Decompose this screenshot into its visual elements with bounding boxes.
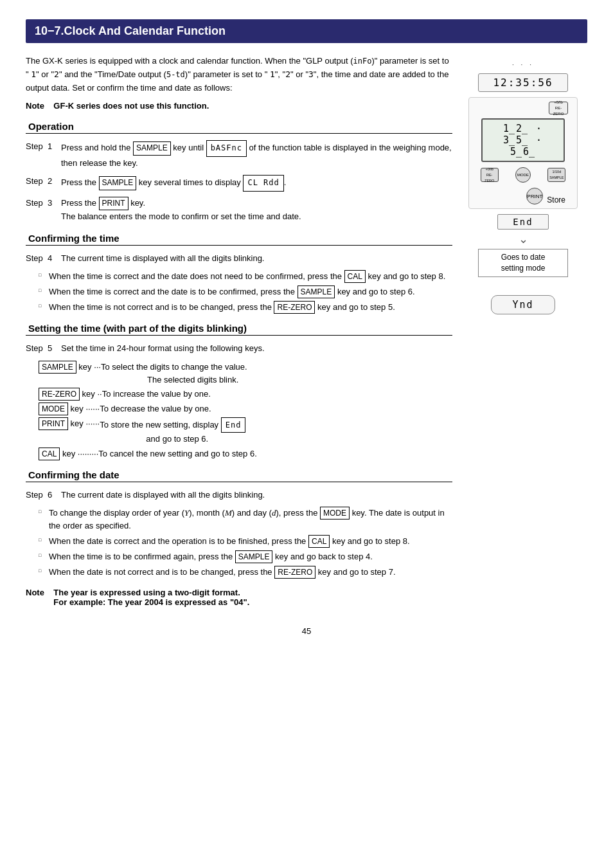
step-6-bullets: □ To change the display order of year (Y… (39, 507, 452, 579)
rezero-key-b64: RE-ZERO (274, 566, 315, 579)
bullet-6-1: □ To change the display order of year (Y… (39, 507, 452, 532)
cal-key-b62: CAL (308, 535, 330, 548)
note-gfk: Note GF-K series does not use this funct… (26, 101, 452, 111)
key-cal: CAL key ········· To cancel the new sett… (39, 448, 452, 460)
key-sample: SAMPLE key ··· To select the digits to c… (39, 361, 452, 386)
page-number: 45 (26, 626, 587, 636)
rezero-key-b43: RE-ZERO (274, 301, 315, 314)
step-3: Step 3 Press the PRINT key.The balance e… (26, 197, 452, 224)
mode-key-b61: MODE (320, 507, 350, 520)
rezero-key-kt: RE-ZERO (39, 388, 80, 401)
cladd-display: CL Rdd (243, 175, 283, 191)
step-1: Step 1 Press and hold the SAMPLE key unt… (26, 140, 452, 170)
time-display-visual: 12:35:56 (478, 73, 568, 92)
goto-date-label: Goes to datesetting mode (478, 249, 568, 277)
key-table: SAMPLE key ··· To select the digits to c… (39, 361, 452, 460)
bullet-4-1: □ When the time is correct and the date … (39, 270, 452, 283)
bullet-6-2: □ When the date is correct and the opera… (39, 535, 452, 548)
mode-key-kt: MODE (39, 402, 68, 415)
sample-key-b42: SAMPLE (298, 285, 335, 298)
basfnc-display: bASFnc (206, 140, 247, 156)
cal-key-kt: CAL (39, 448, 60, 460)
dots-display: · · · (512, 61, 534, 68)
sample-key-kt: SAMPLE (39, 361, 76, 374)
print-btn: PRINT (526, 188, 543, 204)
end-section: End ⌄ Goes to datesetting mode (478, 214, 568, 277)
sample-key-s2: SAMPLE (99, 176, 137, 190)
step-6: Step 6 The current date is displayed wit… (26, 489, 452, 502)
section-confirming-time: Confirming the time (26, 233, 452, 246)
step-4: Step 4 The current time is displayed wit… (26, 252, 452, 266)
sample-key-b63: SAMPLE (235, 550, 273, 563)
bullet-6-4: □ When the date is not correct and is to… (39, 566, 452, 579)
rezero-btn-main: +0/IbRE-ZERO (481, 168, 499, 182)
step-5: Step 5 Set the time in 24-hour format us… (26, 342, 452, 356)
rezero-btn-top: +0/IbRE-ZERO (549, 102, 568, 114)
store-label: Store (547, 195, 565, 204)
section-operation: Operation (26, 121, 452, 134)
section-confirming-date: Confirming the date (26, 469, 452, 482)
key-print: PRINT key ······ To store the new settin… (39, 417, 452, 446)
bullet-4-3: □ When the time is not correct and is to… (39, 301, 452, 314)
bullet-4-2: □ When the time is correct and the date … (39, 285, 452, 298)
key-mode: MODE key ······ To decrease the value by… (39, 402, 452, 415)
device-screen: 1̲2̲ · 3̲5̲ · 5̲6̲ (481, 118, 565, 162)
print-key-s3: PRINT (99, 197, 129, 210)
mode-btn: MODE (515, 167, 531, 183)
sample-key-s1: SAMPLE (133, 141, 171, 155)
key-rezero: RE-ZERO key ·· To increase the value by … (39, 388, 452, 401)
page-title: 10−7.Clock And Calendar Function (26, 19, 587, 43)
sample-btn: 1/10dSAMPLE (547, 168, 565, 182)
cal-key-b41: CAL (344, 270, 366, 283)
arrow-down: ⌄ (519, 232, 528, 246)
end-display: End (497, 214, 549, 230)
intro-paragraph: The GX-K series is equipped with a clock… (26, 55, 452, 95)
device-visual: +0/IbRE-ZERO 1̲2̲ · 3̲5̲ · 5̲6̲ +0/IbRE-… (468, 97, 578, 209)
right-column: · · · 12:35:56 +0/IbRE-ZERO 1̲2̲ · 3̲5̲ … (459, 55, 587, 607)
step-2: Step 2 Press the SAMPLE key several time… (26, 175, 452, 191)
print-key-kt: PRINT (39, 417, 68, 430)
section-setting-time: Setting the time (with part of the digit… (26, 323, 452, 336)
note-year: Note The year is expressed using a two-d… (26, 588, 452, 607)
ynd-display: Ynd (491, 295, 555, 314)
end-display-inline: End (221, 417, 246, 433)
bullet-6-3: □ When the time is to be confirmed again… (39, 550, 452, 563)
step-4-bullets: □ When the time is correct and the date … (39, 270, 452, 314)
